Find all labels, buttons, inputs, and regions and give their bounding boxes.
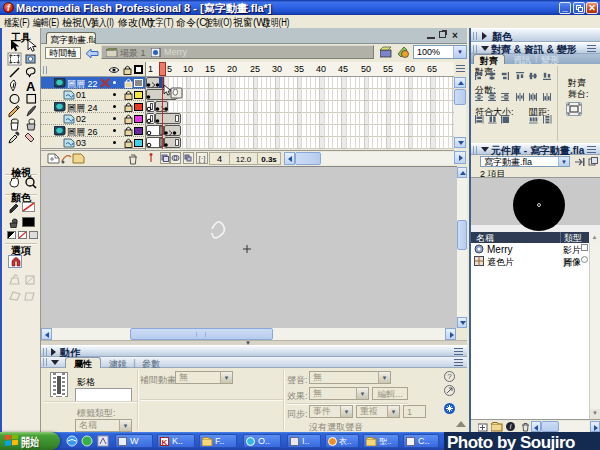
svg-text:A: A — [26, 79, 36, 94]
